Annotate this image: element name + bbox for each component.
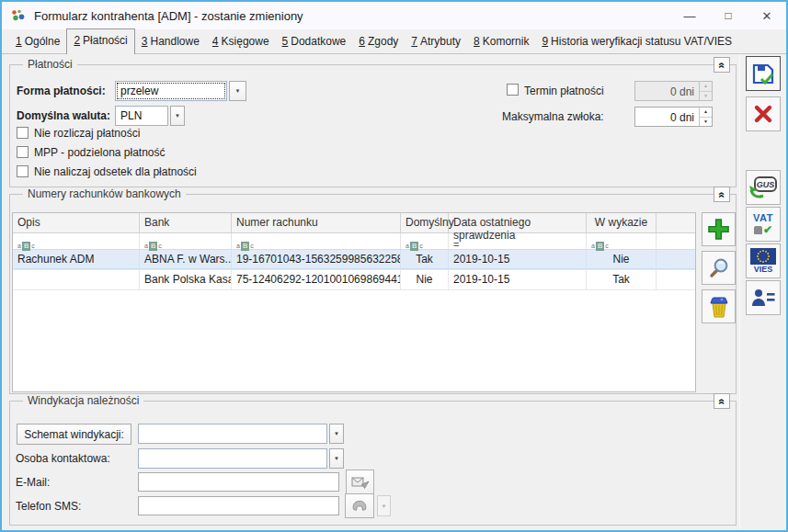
cancel-button[interactable]	[746, 96, 781, 131]
cell-wykaz[interactable]: Nie	[587, 250, 657, 269]
schemat-windykacji-dropdown-button[interactable]: ▼	[329, 424, 344, 444]
vat-check-button[interactable]: VAT ✔	[746, 207, 781, 242]
filter-domyslny[interactable]: aBc	[401, 233, 449, 249]
cell-domyslny[interactable]: Tak	[401, 250, 449, 269]
collapse-rachunki-button[interactable]: «	[714, 187, 730, 202]
cell-numer[interactable]: 75-12406292-1201001069869441	[232, 270, 401, 289]
column-header-numer[interactable]: Numer rachunku	[232, 213, 401, 232]
vies-button[interactable]: VIES	[746, 243, 781, 278]
tab-zgody[interactable]: 6Zgody	[352, 30, 405, 53]
minimize-button[interactable]: —	[670, 2, 709, 29]
tab-platnosci[interactable]: 2Płatności	[66, 28, 134, 54]
filter-wykaz[interactable]: aBc	[587, 233, 657, 249]
tab-atrybuty[interactable]: 7Atrybuty	[405, 30, 467, 53]
telefon-sms-input[interactable]	[138, 496, 339, 515]
termin-platnosci-label[interactable]: Termin płatności	[524, 85, 604, 97]
cell-bank[interactable]: Bank Polska Kasa...	[140, 270, 232, 289]
column-header-bank[interactable]: Bank	[140, 213, 232, 232]
contact-card-button[interactable]	[746, 280, 781, 315]
add-account-button[interactable]	[702, 212, 736, 246]
send-email-button[interactable]	[346, 470, 374, 494]
filter-opis[interactable]: aBc	[13, 233, 140, 249]
tab-dodatkowe[interactable]: 5Dodatkowe	[276, 30, 353, 53]
cell-data[interactable]: 2019-10-15	[449, 270, 587, 289]
termin-platnosci-spinner[interactable]: 0 dni ▲▼	[634, 81, 713, 101]
cell-numer[interactable]: 19-16701043-1563259985632258	[232, 250, 401, 269]
spin-down-icon[interactable]: ▼	[700, 118, 712, 127]
text-filter-icon: aBc	[17, 242, 35, 251]
table-row[interactable]: Bank Polska Kasa... 75-12406292-12010010…	[13, 270, 695, 290]
collapse-platnosci-button[interactable]: «	[714, 57, 730, 73]
nie-naliczaj-odsetek-label[interactable]: Nie naliczaj odsetek dla płatności	[34, 165, 197, 178]
filter-bank[interactable]: aBc	[140, 233, 232, 249]
spin-up-icon[interactable]: ▲	[700, 82, 712, 92]
cell-domyslny[interactable]: Nie	[401, 270, 449, 289]
collapse-windykacja-button[interactable]: «	[714, 393, 730, 409]
domyslna-waluta-combo[interactable]: PLN	[115, 106, 168, 126]
tab-number: 6	[359, 35, 365, 48]
tab-ogolne[interactable]: 1Ogólne	[9, 30, 66, 53]
send-sms-button[interactable]	[345, 493, 374, 518]
gus-button[interactable]: GUS	[746, 170, 781, 205]
cell-opis[interactable]	[13, 270, 140, 289]
chevron-down-icon: ▼	[235, 88, 241, 94]
delete-account-button[interactable]	[702, 289, 736, 323]
spin-down-icon[interactable]: ▼	[700, 92, 712, 101]
table-row[interactable]: Rachunek ADM ABNA F. w Wars... 19-167010…	[13, 250, 695, 270]
schemat-windykacji-button[interactable]: Schemat windykacji:	[17, 424, 131, 445]
mpp-checkbox[interactable]	[17, 146, 29, 158]
mpp-label[interactable]: MPP - podzielona płatność	[34, 146, 166, 159]
close-button[interactable]: ✕	[748, 2, 786, 29]
windykacja-group: Windykacja należności « Schemat windykac…	[9, 401, 737, 526]
cell-wykaz[interactable]: Tak	[587, 270, 657, 289]
filter-numer[interactable]: aBc	[232, 233, 401, 249]
maximize-button[interactable]: □	[709, 2, 748, 29]
tab-label: Ogólne	[25, 35, 61, 48]
email-input[interactable]	[138, 472, 339, 492]
chevron-down-icon: ▼	[175, 113, 180, 119]
filter-data[interactable]: =	[449, 233, 587, 249]
tab-number: 3	[142, 35, 148, 48]
group-title: Numery rachunków bankowych	[23, 187, 186, 201]
nie-rozliczaj-label[interactable]: Nie rozliczaj płatności	[34, 127, 140, 140]
chevron-up-icon: «	[716, 398, 727, 404]
rachunki-group: Numery rachunków bankowych « Opis Bank N…	[9, 194, 737, 394]
forma-platnosci-dropdown-button[interactable]: ▼	[229, 81, 246, 101]
tab-ksiegowe[interactable]: 4Księgowe	[206, 30, 276, 53]
column-header-opis[interactable]: Opis	[13, 213, 140, 232]
column-header-data[interactable]: Data ostatniego sprawdzenia	[449, 213, 587, 232]
table-header-row: Opis Bank Numer rachunku Domyślny Data o…	[13, 213, 695, 233]
tab-historia-vat-vies[interactable]: 9Historia weryfikacji statusu VAT/VIES	[535, 30, 738, 53]
cell-opis[interactable]: Rachunek ADM	[13, 250, 140, 269]
domyslna-waluta-label: Domyślna waluta:	[17, 109, 110, 122]
nie-naliczaj-odsetek-checkbox[interactable]	[17, 165, 29, 177]
tab-label: Atrybuty	[420, 35, 461, 48]
filter-filler	[657, 233, 695, 249]
cell-data[interactable]: 2019-10-15	[449, 250, 587, 269]
view-account-button[interactable]	[702, 251, 736, 285]
tab-label: Handlowe	[150, 35, 199, 48]
sms-options-dropdown-button[interactable]: ▼	[377, 495, 391, 516]
text-filter-icon: aBc	[591, 242, 609, 251]
svg-text:GUS: GUS	[757, 180, 775, 189]
forma-platnosci-combo[interactable]: przelew	[115, 81, 227, 101]
email-label: E-Mail:	[16, 476, 50, 489]
column-header-wykaz[interactable]: W wykazie	[587, 213, 657, 232]
termin-platnosci-checkbox[interactable]	[507, 84, 519, 96]
osoba-kontaktowa-dropdown-button[interactable]: ▼	[329, 448, 344, 469]
nie-rozliczaj-checkbox[interactable]	[17, 127, 29, 139]
osoba-kontaktowa-combo[interactable]	[138, 448, 327, 469]
save-button[interactable]	[746, 56, 781, 91]
cell-bank[interactable]: ABNA F. w Wars...	[140, 250, 232, 269]
contact-card-icon	[751, 288, 775, 308]
column-header-domyslny[interactable]: Domyślny	[401, 213, 449, 232]
maksymalna-zwloka-spinner[interactable]: 0 dni ▲▼	[634, 107, 713, 127]
chevron-down-icon: ▼	[382, 504, 387, 509]
spin-up-icon[interactable]: ▲	[700, 108, 712, 118]
schemat-windykacji-combo[interactable]	[138, 424, 327, 444]
tab-handlowe[interactable]: 3Handlowe	[135, 30, 206, 53]
text-filter-icon: aBc	[236, 242, 254, 251]
tab-komornik[interactable]: 8Komornik	[467, 30, 535, 53]
tab-number: 1	[16, 35, 22, 48]
domyslna-waluta-dropdown-button[interactable]: ▼	[170, 106, 185, 126]
